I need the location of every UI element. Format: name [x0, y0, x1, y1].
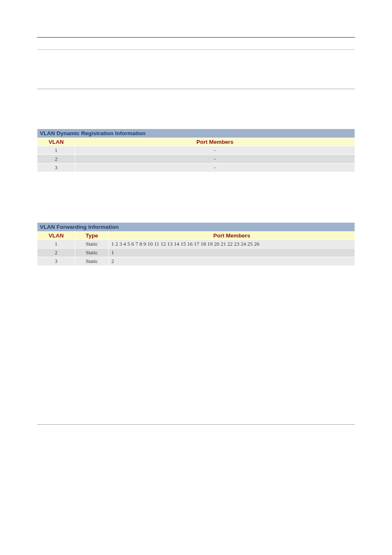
table-title: VLAN Forwarding Information [37, 223, 355, 232]
cli-section-desc: In addition to the Web GUI, installed sw… [37, 292, 355, 309]
col-header-vlan: VLAN [37, 232, 75, 240]
cell-vlan: 3 [37, 257, 75, 266]
table-header-row: VLAN Type Port Members [37, 232, 355, 240]
page-footer: - 69 - Web Smart Switch [37, 424, 355, 461]
table-row: 3 Static 2 [37, 257, 355, 266]
header-right-label: 24/48 Port [330, 40, 355, 46]
cell-vlan: 1 [37, 146, 75, 154]
cell-vlan: 2 [37, 154, 75, 163]
cell-type: Static [75, 240, 109, 249]
col-header-vlan: VLAN [37, 138, 75, 146]
cell-vlan: 3 [37, 163, 75, 172]
table-row: 2 Static 1 [37, 249, 355, 257]
section2-title: 5.2.15.2 View the VLAN Forwarding Table [37, 184, 355, 193]
col-header-port-members: Port Members [75, 138, 355, 146]
table-header-row: VLAN Port Members [37, 138, 355, 146]
col-header-port-members: Port Members [109, 232, 355, 240]
table-row: 1 Static 1 2 3 4 5 6 7 8 9 10 11 12 13 1… [37, 240, 355, 249]
table-title-row: VLAN Forwarding Information [37, 223, 355, 232]
col-header-type: Type [75, 232, 109, 240]
table-title: VLAN Dynamic Registration Information [37, 129, 355, 138]
section1-title: 5.2.15.1 View the VLAN Dynamic Registrat… [37, 99, 355, 107]
nav-path: Monitoring > VLAN Dynamic Registration I… [37, 73, 355, 81]
cell-type: Static [75, 257, 109, 266]
footer-right-label: Web Smart Switch [315, 426, 355, 432]
divider [37, 89, 355, 89]
cell-members: 1 2 3 4 5 6 7 8 9 10 11 12 13 14 15 16 1… [109, 240, 355, 249]
section1-desc: As shows in following screen: [37, 111, 355, 120]
cell-type: Static [75, 249, 109, 257]
cell-vlan: 2 [37, 249, 75, 257]
section2-desc: These are the VLANs that will be display… [37, 197, 355, 214]
intro-text: To view the dynamic VLAN table. During o… [37, 57, 355, 65]
table-row: 1 - [37, 146, 355, 154]
vlan-dynamic-registration-table: VLAN Dynamic Registration Information VL… [37, 129, 355, 172]
cell-members: 1 [109, 249, 355, 257]
vlan-forwarding-table: VLAN Forwarding Information VLAN Type Po… [37, 222, 355, 266]
cell-members: 2 [109, 257, 355, 266]
page-header: 24/48 Port [37, 0, 355, 50]
cell-members: - [75, 154, 355, 163]
table-row: 3 - [37, 163, 355, 172]
cell-vlan: 1 [37, 240, 75, 249]
table-row: 2 - [37, 154, 355, 163]
cli-section-title: 5.3 Command Line Interface(CLI) [37, 281, 355, 288]
cell-members: - [75, 163, 355, 172]
cell-members: - [75, 146, 355, 154]
table-title-row: VLAN Dynamic Registration Information [37, 129, 355, 138]
footer-page-number: - 69 - [37, 426, 48, 432]
